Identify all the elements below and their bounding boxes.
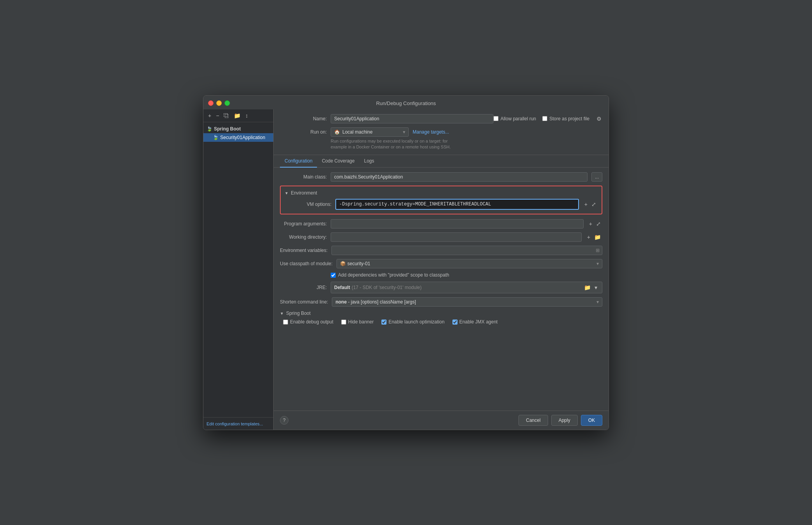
edit-templates-link[interactable]: Edit configuration templates... — [207, 421, 263, 426]
working-dir-input[interactable] — [331, 233, 581, 241]
enable-jmx-text: Enable JMX agent — [459, 319, 498, 325]
ok-button[interactable]: OK — [581, 415, 602, 426]
hide-banner-label[interactable]: Hide banner — [341, 319, 374, 325]
sidebar-tree: 🍃 Spring Boot 🍃 Security01Application — [203, 122, 273, 417]
dialog-footer: ? Cancel Apply OK — [274, 411, 609, 430]
store-as-project-label[interactable]: Store as project file — [542, 116, 589, 121]
minimize-button[interactable] — [216, 100, 222, 106]
allow-parallel-label[interactable]: Allow parallel run — [493, 116, 536, 121]
vm-options-actions: + ⤢ — [583, 200, 598, 208]
right-panel: Name: Allow parallel run Store as projec… — [274, 109, 609, 430]
sidebar: + − ⿻ 📁 ↕ 🍃 Spring Boot 🍃 Security01Appl… — [203, 109, 274, 430]
run-on-hint: Run configurations may be executed local… — [331, 138, 602, 150]
sort-config-button[interactable]: ↕ — [244, 112, 249, 120]
environment-section: ▼ Environment VM options: + ⤢ — [280, 186, 602, 214]
classpath-row: Use classpath of module: 📦 security-01 ▾ — [280, 259, 602, 268]
hide-banner-checkbox[interactable] — [341, 320, 346, 325]
shorten-dropdown-arrow: ▾ — [597, 299, 599, 305]
remove-config-button[interactable]: − — [214, 112, 221, 120]
main-class-browse-button[interactable]: ... — [591, 172, 602, 182]
jre-browse-button[interactable]: 📁 — [582, 284, 592, 291]
env-vars-label: Environment variables: — [280, 248, 328, 253]
enable-debug-checkbox[interactable] — [283, 320, 288, 325]
hide-banner-text: Hide banner — [348, 319, 374, 325]
run-on-row: Run on: 🏠 Local machine ▾ Manage targets… — [280, 127, 602, 137]
folder-config-button[interactable]: 📁 — [232, 112, 242, 120]
working-dir-browse-button[interactable]: 📁 — [593, 233, 602, 241]
sidebar-toolbar: + − ⿻ 📁 ↕ — [203, 109, 273, 122]
spring-boot-section: ▼ Spring Boot Enable debug output Hide b… — [280, 311, 602, 325]
maximize-button[interactable] — [224, 100, 230, 106]
manage-targets-link[interactable]: Manage targets... — [413, 129, 449, 135]
app-run-icon: 🍃 — [213, 135, 219, 140]
cancel-button[interactable]: Cancel — [518, 415, 548, 426]
main-content: + − ⿻ 📁 ↕ 🍃 Spring Boot 🍃 Security01Appl… — [203, 109, 609, 430]
jre-dropdown[interactable]: Default (17 - SDK of 'security-01' modul… — [331, 282, 602, 293]
jre-detail-text: (17 - SDK of 'security-01' module) — [352, 285, 422, 290]
enable-launch-label[interactable]: Enable launch optimization — [381, 319, 444, 325]
name-input[interactable] — [331, 114, 493, 123]
close-button[interactable] — [208, 100, 214, 106]
program-args-label: Program arguments: — [280, 221, 327, 227]
enable-jmx-label[interactable]: Enable JMX agent — [452, 319, 498, 325]
env-vars-input-wrapper: ⊞ — [331, 246, 602, 255]
shorten-label: Shorten command line: — [280, 299, 328, 305]
environment-title: Environment — [291, 190, 317, 196]
tab-configuration[interactable]: Configuration — [280, 155, 317, 168]
name-label: Name: — [280, 116, 327, 121]
gear-button[interactable]: ⚙ — [596, 115, 602, 123]
shorten-dropdown[interactable]: none - java [options] className [args] ▾ — [332, 297, 602, 307]
enable-launch-text: Enable launch optimization — [388, 319, 444, 325]
vm-options-input[interactable] — [335, 199, 579, 210]
footer-buttons: Cancel Apply OK — [518, 415, 602, 426]
shorten-row: Shorten command line: none - java [optio… — [280, 297, 602, 307]
config-content: Main class: ... ▼ Environment VM options… — [274, 168, 609, 410]
vm-options-expand-button[interactable]: ⤢ — [590, 200, 598, 208]
add-deps-label: Add dependencies with "provided" scope t… — [338, 272, 449, 278]
header-options: Allow parallel run Store as project file… — [493, 115, 602, 123]
title-bar: Run/Debug Configurations — [203, 96, 609, 109]
home-icon: 🏠 — [334, 129, 340, 135]
add-config-button[interactable]: + — [207, 112, 213, 120]
tab-code-coverage[interactable]: Code Coverage — [317, 155, 359, 168]
spring-boot-header[interactable]: ▼ Spring Boot — [280, 311, 602, 316]
env-vars-input[interactable] — [332, 246, 593, 255]
security-app-item[interactable]: 🍃 Security01Application — [203, 133, 273, 142]
tab-logs[interactable]: Logs — [359, 155, 379, 168]
add-deps-checkbox[interactable] — [331, 273, 336, 278]
spring-boot-section-title: Spring Boot — [286, 311, 311, 316]
window-title: Run/Debug Configurations — [376, 100, 436, 106]
enable-launch-checkbox[interactable] — [381, 320, 386, 325]
allow-parallel-checkbox[interactable] — [493, 116, 499, 121]
main-class-label: Main class: — [280, 174, 327, 180]
env-chevron-icon: ▼ — [285, 191, 288, 195]
spring-boot-icon: 🍃 — [207, 126, 212, 132]
main-class-row: Main class: ... — [280, 172, 602, 182]
classpath-dropdown[interactable]: 📦 security-01 ▾ — [337, 259, 602, 268]
run-on-dropdown[interactable]: 🏠 Local machine ▾ — [331, 127, 409, 137]
traffic-lights — [208, 100, 230, 106]
add-deps-row: Add dependencies with "provided" scope t… — [280, 272, 602, 278]
working-dir-row: Working directory: + 📁 — [280, 232, 602, 242]
enable-debug-label[interactable]: Enable debug output — [283, 319, 333, 325]
working-dir-input-wrapper — [331, 232, 582, 242]
vm-options-row: VM options: + ⤢ — [285, 199, 598, 210]
program-args-input[interactable] — [331, 220, 583, 228]
run-on-value: Local machine — [342, 129, 372, 135]
environment-header[interactable]: ▼ Environment — [285, 190, 598, 196]
enable-jmx-checkbox[interactable] — [452, 320, 458, 325]
classpath-label: Use classpath of module: — [280, 261, 333, 266]
copy-config-button[interactable]: ⿻ — [222, 112, 231, 120]
main-class-input[interactable] — [331, 172, 588, 182]
spring-boot-group-item[interactable]: 🍃 Spring Boot — [203, 125, 273, 133]
vm-options-add-button[interactable]: + — [583, 200, 589, 208]
program-args-expand-button[interactable]: ⤢ — [595, 220, 602, 228]
working-dir-add-button[interactable]: + — [586, 233, 592, 241]
store-as-project-checkbox[interactable] — [542, 116, 547, 121]
jre-dropdown-button[interactable]: ▾ — [593, 284, 599, 291]
help-button[interactable]: ? — [280, 416, 288, 425]
env-vars-row: Environment variables: ⊞ — [280, 246, 602, 255]
apply-button[interactable]: Apply — [551, 415, 578, 426]
store-as-project-text: Store as project file — [549, 116, 589, 121]
program-args-add-button[interactable]: + — [588, 220, 594, 228]
